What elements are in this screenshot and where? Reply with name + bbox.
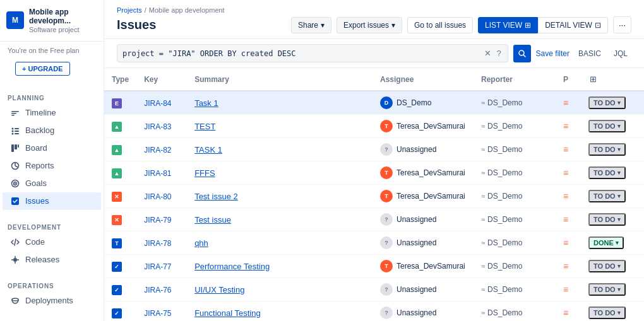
issue-key-link[interactable]: JIRA-83	[144, 122, 171, 131]
issue-key-link[interactable]: JIRA-81	[144, 169, 171, 178]
svg-rect-2	[11, 115, 15, 116]
cell-summary: UI/UX Testing	[187, 278, 373, 301]
issue-summary-link[interactable]: FFFS	[194, 168, 215, 178]
issue-key-link[interactable]: JIRA-78	[144, 239, 171, 248]
priority-icon: ≡	[563, 238, 568, 248]
col-summary[interactable]: Summary	[187, 68, 373, 91]
basic-button[interactable]: BASIC	[575, 47, 605, 61]
breadcrumb-projects[interactable]: Projects	[117, 6, 142, 14]
sidebar-item-deployments[interactable]: Deployments	[3, 292, 101, 310]
export-button[interactable]: Export issues ▾	[337, 17, 402, 33]
sidebar-item-backlog[interactable]: Backlog	[3, 122, 101, 139]
cell-summary: TEST	[187, 115, 373, 138]
status-badge[interactable]: TO DO ▾	[588, 260, 626, 272]
cell-priority: ≡	[556, 301, 581, 322]
sidebar-item-goals[interactable]: Goals	[3, 175, 101, 192]
jql-help-button[interactable]: ?	[495, 47, 502, 59]
cell-summary: TASK 1	[187, 138, 373, 161]
issue-key-link[interactable]: JIRA-76	[144, 286, 171, 295]
cell-reporter: ≈ DS_Demo	[474, 161, 556, 185]
status-badge[interactable]: TO DO ▾	[588, 190, 626, 202]
search-button[interactable]	[513, 45, 531, 62]
status-badge[interactable]: TO DO ▾	[588, 166, 626, 179]
col-assignee[interactable]: Assignee	[373, 68, 474, 91]
board-icon	[10, 143, 20, 153]
col-reporter[interactable]: Reporter	[474, 68, 556, 91]
col-priority[interactable]: P	[556, 68, 581, 91]
issue-key-link[interactable]: JIRA-75	[144, 309, 171, 318]
table-row: ▲ JIRA-82 TASK 1 ? Unassigned ≈ DS_Demo …	[104, 138, 644, 161]
issue-key-link[interactable]: JIRA-77	[144, 262, 171, 271]
list-view-button[interactable]: LIST VIEW ⊞	[478, 17, 538, 33]
share-button[interactable]: Share ▾	[291, 17, 331, 33]
cell-reporter: ≈ DS_Demo	[474, 278, 556, 301]
issue-key-link[interactable]: JIRA-84	[144, 99, 171, 108]
sidebar-item-reports[interactable]: Reports	[3, 157, 101, 175]
jql-input[interactable]	[122, 49, 480, 58]
svg-point-7	[12, 132, 14, 134]
status-badge[interactable]: TO DO ▾	[588, 213, 626, 226]
issue-summary-link[interactable]: Test issue	[194, 215, 231, 225]
issue-summary-link[interactable]: TEST	[194, 122, 215, 131]
issue-summary-link[interactable]: UI/UX Testing	[194, 285, 244, 295]
reporter-name: DS_Demo	[487, 168, 522, 177]
cell-assignee: T Teresa_DevSamurai	[373, 185, 474, 208]
svg-point-3	[12, 127, 14, 129]
issue-summary-link[interactable]: Functional Testing	[194, 308, 261, 318]
jql-clear-button[interactable]: ✕	[483, 47, 492, 59]
goto-all-issues-button[interactable]: Go to all issues	[407, 17, 473, 33]
status-badge[interactable]: TO DO ▾	[588, 96, 626, 109]
issue-key-link[interactable]: JIRA-80	[144, 192, 171, 201]
detail-view-button[interactable]: DETAIL VIEW ⊡	[538, 17, 608, 33]
col-key[interactable]: Key	[136, 68, 187, 91]
cell-type: ✓	[104, 278, 136, 301]
status-badge[interactable]: TO DO ▾	[588, 306, 626, 319]
status-label: TO DO	[593, 146, 616, 153]
assignee-avatar: ?	[380, 143, 393, 156]
cell-priority: ≡	[556, 115, 581, 138]
reporter-icon: ≈	[481, 146, 485, 153]
cell-reporter: ≈ DS_Demo	[474, 231, 556, 255]
priority-icon: ≡	[563, 261, 568, 271]
cell-reporter: ≈ DS_Demo	[474, 255, 556, 278]
status-badge[interactable]: DONE ▾	[588, 236, 624, 249]
code-icon	[10, 237, 20, 247]
breadcrumb-current: Mobile app development	[149, 6, 225, 14]
cell-status: TO DO ▾	[581, 278, 644, 301]
reporter-name: DS_Demo	[487, 215, 522, 224]
col-status[interactable]: ⊞	[581, 68, 644, 91]
code-label: Code	[25, 237, 45, 247]
issue-summary-link[interactable]: TASK 1	[194, 145, 222, 155]
issue-summary-link[interactable]: Test issue 2	[194, 192, 238, 201]
status-badge[interactable]: TO DO ▾	[588, 283, 626, 296]
assignee-name: Unassigned	[397, 145, 436, 154]
sidebar-item-releases[interactable]: Releases	[3, 251, 101, 269]
cell-assignee: ? Unassigned	[373, 208, 474, 231]
sidebar-item-issues[interactable]: Issues	[3, 192, 101, 210]
issue-key-link[interactable]: JIRA-79	[144, 216, 171, 225]
reporter-icon: ≈	[481, 216, 485, 223]
sidebar-item-code[interactable]: Code	[3, 233, 101, 251]
issue-summary-link[interactable]: qhh	[194, 238, 208, 248]
page-title-row: Issues Share ▾ Export issues ▾ Go to all…	[117, 16, 631, 38]
reporter-cell: ≈ DS_Demo	[481, 238, 548, 247]
jql-button[interactable]: JQL	[610, 47, 631, 61]
col-toggle-button[interactable]: ⊞	[588, 73, 598, 85]
save-filter-button[interactable]: Save filter	[536, 49, 569, 58]
sidebar-item-timeline[interactable]: Timeline	[3, 104, 101, 122]
upgrade-button[interactable]: + UPGRADE	[15, 62, 70, 76]
reporter-cell: ≈ DS_Demo	[481, 285, 548, 294]
status-label: TO DO	[593, 99, 616, 107]
sidebar-footer: You're in a team-managed project Learn m…	[0, 315, 104, 321]
issue-key-link[interactable]: JIRA-82	[144, 146, 171, 155]
sidebar-item-board[interactable]: Board	[3, 139, 101, 157]
status-badge[interactable]: TO DO ▾	[588, 120, 626, 132]
project-info: Mobile app developm... Software project	[29, 8, 97, 33]
more-options-button[interactable]: ···	[613, 16, 631, 33]
reporter-icon: ≈	[481, 239, 485, 247]
cell-assignee: T Teresa_DevSamurai	[373, 115, 474, 138]
issue-summary-link[interactable]: Performance Testing	[194, 262, 270, 271]
issue-summary-link[interactable]: Task 1	[194, 98, 218, 108]
status-badge[interactable]: TO DO ▾	[588, 143, 626, 156]
cell-priority: ≡	[556, 255, 581, 278]
